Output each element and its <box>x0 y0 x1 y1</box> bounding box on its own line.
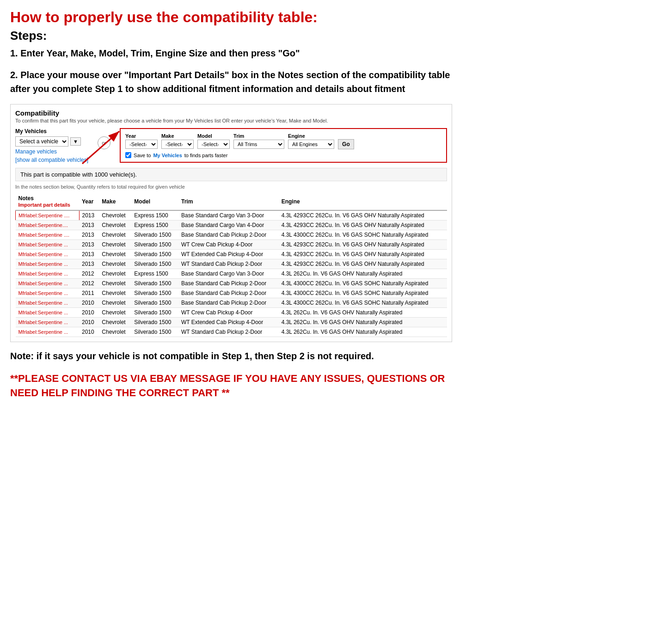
col-notes: Notes Important part details <box>16 193 80 210</box>
year-select[interactable]: -Select- <box>125 140 158 149</box>
vehicle-form-box: Year -Select- Make -Select- Model -Selec… <box>120 128 447 163</box>
compat-subtitle: To confirm that this part fits your vehi… <box>15 118 447 123</box>
cell-year: 2013 <box>79 259 99 269</box>
cell-year: 2012 <box>79 269 99 279</box>
col-model: Model <box>131 193 178 210</box>
cell-engine: 4.3L 4293CC 262Cu. In. V6 GAS OHV Natura… <box>279 210 447 221</box>
cell-engine: 4.3L 262Cu. In. V6 GAS OHV Naturally Asp… <box>279 269 447 279</box>
important-part-label: Important part details <box>18 202 70 208</box>
my-vehicles-save-link[interactable]: My Vehicles <box>153 153 182 158</box>
table-row: Mfrlabel:Serpentine ... 2013 Chevrolet S… <box>16 259 447 269</box>
go-button[interactable]: Go <box>338 139 354 149</box>
cell-notes: Mfrlabel:Serpentine .... <box>16 210 80 221</box>
cell-trim: WT Crew Cab Pickup 4-Door <box>178 240 279 250</box>
cell-notes: Mfrlabel:Serpentine ... <box>16 250 80 259</box>
cell-model: Silverado 1500 <box>131 259 178 269</box>
model-label: Model <box>197 133 230 139</box>
table-row: Mfrlabel:Serpentine .... 2013 Chevrolet … <box>16 210 447 221</box>
cell-notes: Mfrlabel:Serpentine ... <box>16 259 80 269</box>
cell-engine: 4.3L 262Cu. In. V6 GAS OHV Naturally Asp… <box>279 327 447 337</box>
col-trim: Trim <box>178 193 279 210</box>
compatibility-section: Compatibility To confirm that this part … <box>10 104 452 342</box>
engine-select[interactable]: All Engines <box>288 140 334 149</box>
cell-notes: Mfrlabel:Serpentine ... <box>16 327 80 337</box>
cell-model: Silverado 1500 <box>131 318 178 327</box>
cell-trim: Base Standard Cab Pickup 2-Door <box>178 298 279 308</box>
cell-model: Silverado 1500 <box>131 250 178 259</box>
step1-text: 1. Enter Year, Make, Model, Trim, Engine… <box>10 47 452 60</box>
manage-vehicles-link[interactable]: Manage vehicles <box>15 148 88 155</box>
my-vehicles-section: My Vehicles Select a vehicle ▼ Manage ve… <box>15 128 88 163</box>
model-select[interactable]: -Select- <box>197 140 230 149</box>
steps-heading: Steps: <box>10 29 452 43</box>
cell-engine: 4.3L 4293CC 262Cu. In. V6 GAS OHV Natura… <box>279 240 447 250</box>
cell-model: Silverado 1500 <box>131 240 178 250</box>
cell-make: Chevrolet <box>99 308 131 318</box>
cell-model: Silverado 1500 <box>131 279 178 288</box>
compat-top-row: My Vehicles Select a vehicle ▼ Manage ve… <box>15 128 447 163</box>
table-row: Mfrlabel:Serpentine ... 2012 Chevrolet S… <box>16 279 447 288</box>
cell-year: 2010 <box>79 318 99 327</box>
cell-make: Chevrolet <box>99 279 131 288</box>
trim-select[interactable]: All Trims <box>233 140 284 149</box>
make-select[interactable]: -Select- <box>161 140 194 149</box>
cell-engine: 4.3L 4300CC 262Cu. In. V6 GAS SOHC Natur… <box>279 298 447 308</box>
cell-make: Chevrolet <box>99 288 131 298</box>
cell-make: Chevrolet <box>99 210 131 221</box>
cell-engine: 4.3L 4293CC 262Cu. In. V6 GAS OHV Natura… <box>279 221 447 230</box>
compat-title: Compatibility <box>15 109 447 117</box>
table-row: Mfrlabel:Serpentine .... 2013 Chevrolet … <box>16 230 447 240</box>
cell-make: Chevrolet <box>99 240 131 250</box>
trim-label: Trim <box>233 133 284 139</box>
cell-model: Express 1500 <box>131 210 178 221</box>
cell-make: Chevrolet <box>99 221 131 230</box>
step2-text: 2. Place your mouse over "Important Part… <box>10 68 452 96</box>
save-suffix-text: to finds parts faster <box>184 153 228 158</box>
table-row: Mfrlabel:Serpentine ... 2012 Chevrolet E… <box>16 269 447 279</box>
cell-make: Chevrolet <box>99 298 131 308</box>
make-label: Make <box>161 133 194 139</box>
vehicle-select-row: Select a vehicle ▼ <box>15 136 88 147</box>
cell-year: 2010 <box>79 327 99 337</box>
dropdown-arrow-icon[interactable]: ▼ <box>70 137 81 146</box>
cell-year: 2013 <box>79 230 99 240</box>
save-checkbox[interactable] <box>125 152 131 158</box>
cell-trim: Base Standard Cab Pickup 2-Door <box>178 230 279 240</box>
col-make: Make <box>99 193 131 210</box>
vehicle-form-fields: Year -Select- Make -Select- Model -Selec… <box>125 133 441 149</box>
table-row: Mfrlabel:Serpentine ... 2010 Chevrolet S… <box>16 298 447 308</box>
cell-notes: Mfrlabel:Serpentine ... <box>16 288 80 298</box>
cell-year: 2013 <box>79 221 99 230</box>
cell-notes: Mfrlabel:Serpentine ... <box>16 240 80 250</box>
contact-text: **PLEASE CONTACT US VIA EBAY MESSAGE IF … <box>10 372 452 400</box>
trim-field-group: Trim All Trims <box>233 133 284 149</box>
table-row: Mfrlabel:Serpentine ... 2011 Chevrolet S… <box>16 288 447 298</box>
cell-engine: 4.3L 262Cu. In. V6 GAS OHV Naturally Asp… <box>279 308 447 318</box>
cell-make: Chevrolet <box>99 327 131 337</box>
cell-make: Chevrolet <box>99 269 131 279</box>
cell-model: Express 1500 <box>131 269 178 279</box>
cell-notes: Mfrlabel:Serpentine .... <box>16 230 80 240</box>
cell-trim: WT Standard Cab Pickup 2-Door <box>178 327 279 337</box>
vehicle-select-dropdown[interactable]: Select a vehicle <box>15 136 68 147</box>
cell-trim: WT Standard Cab Pickup 2-Door <box>178 259 279 269</box>
year-field-group: Year -Select- <box>125 133 158 149</box>
engine-field-group: Engine All Engines <box>288 133 334 149</box>
cell-trim: WT Crew Cab Pickup 4-Door <box>178 308 279 318</box>
cell-notes: Mfrlabel:Serpentine ... <box>16 308 80 318</box>
or-circle: or <box>98 136 110 149</box>
show-all-link[interactable]: [show all compatible vehicles] <box>15 157 88 163</box>
cell-notes: Mfrlabel:Serpentine ... <box>16 298 80 308</box>
table-row: Mfrlabel:Serpentine ... 2010 Chevrolet S… <box>16 308 447 318</box>
cell-year: 2013 <box>79 240 99 250</box>
cell-trim: Base Standard Cab Pickup 2-Door <box>178 288 279 298</box>
cell-engine: 4.3L 4300CC 262Cu. In. V6 GAS SOHC Natur… <box>279 279 447 288</box>
cell-model: Express 1500 <box>131 221 178 230</box>
table-row: Mfrlabel:Serpentine.... 2013 Chevrolet E… <box>16 221 447 230</box>
cell-notes: Mfrlabel:Serpentine.... <box>16 221 80 230</box>
notes-col-label: Notes <box>18 195 34 202</box>
cell-trim: Base Standard Cargo Van 4-Door <box>178 221 279 230</box>
cell-year: 2010 <box>79 298 99 308</box>
cell-engine: 4.3L 262Cu. In. V6 GAS OHV Naturally Asp… <box>279 318 447 327</box>
cell-model: Silverado 1500 <box>131 327 178 337</box>
